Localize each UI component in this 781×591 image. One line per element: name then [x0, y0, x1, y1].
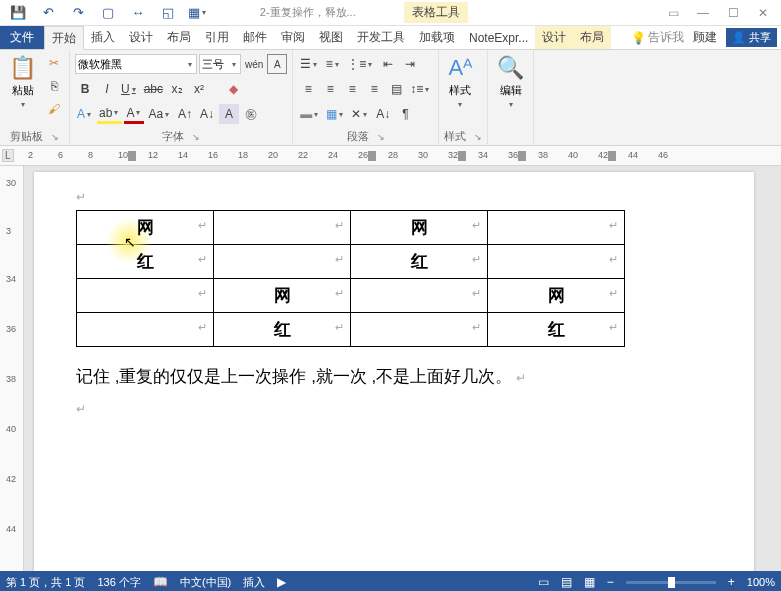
tab-table-design[interactable]: 设计: [535, 26, 573, 49]
tab-layout[interactable]: 布局: [160, 26, 198, 49]
vertical-ruler[interactable]: 303343638404244: [0, 166, 24, 571]
borders-icon[interactable]: ▦▾: [324, 104, 347, 124]
clear-format-icon[interactable]: ◆: [223, 79, 243, 99]
document-table[interactable]: 网↵↵网↵↵红↵↵红↵↵↵网↵↵网↵↵红↵↵红↵: [76, 210, 625, 347]
tab-developer[interactable]: 开发工具: [350, 26, 412, 49]
read-mode-icon[interactable]: ▭: [538, 575, 549, 589]
zoom-out-icon[interactable]: −: [607, 575, 614, 589]
align-center-icon[interactable]: ≡: [320, 79, 340, 99]
paste-button[interactable]: 📋 粘贴 ▾: [5, 53, 40, 111]
bold-button[interactable]: B: [75, 79, 95, 99]
sort-icon[interactable]: A↓: [373, 104, 393, 124]
table-cell[interactable]: ↵: [77, 313, 214, 347]
font-size-combo[interactable]: 三号▾: [199, 54, 241, 74]
editing-button[interactable]: 🔍 编辑 ▾: [493, 53, 528, 111]
format-painter-icon[interactable]: 🖌: [44, 99, 64, 119]
tab-view[interactable]: 视图: [312, 26, 350, 49]
share-button[interactable]: 👤 共享: [726, 28, 777, 47]
font-color-icon[interactable]: A▾: [124, 104, 144, 124]
zoom-thumb[interactable]: [668, 577, 675, 588]
tab-selector[interactable]: L: [2, 149, 14, 162]
cut-icon[interactable]: ✂: [44, 53, 64, 73]
status-word-count[interactable]: 136 个字: [97, 575, 140, 590]
table-cell[interactable]: ↵: [488, 245, 625, 279]
underline-button[interactable]: U▾: [119, 79, 140, 99]
tab-design[interactable]: 设计: [122, 26, 160, 49]
char-shading-icon[interactable]: A: [219, 104, 239, 124]
zoom-in-icon[interactable]: +: [728, 575, 735, 589]
document-page[interactable]: ↵ ↖ 网↵↵网↵↵红↵↵红↵↵↵网↵↵网↵↵红↵↵红↵ 记住 ,重复的仅仅是上…: [34, 172, 754, 571]
char-border-icon[interactable]: A: [267, 54, 287, 74]
save-icon[interactable]: 💾: [4, 2, 32, 24]
text-effects-icon[interactable]: A▾: [75, 104, 95, 124]
change-case-icon[interactable]: Aa▾: [146, 104, 173, 124]
highlight-icon[interactable]: ab▾: [97, 104, 122, 124]
tab-addins[interactable]: 加载项: [412, 26, 462, 49]
table-cell[interactable]: 网↵: [77, 211, 214, 245]
macro-icon[interactable]: ▶: [277, 575, 286, 589]
shading-icon[interactable]: ▬▾: [298, 104, 322, 124]
subscript-button[interactable]: x₂: [167, 79, 187, 99]
minimize-icon[interactable]: —: [689, 2, 717, 24]
tab-references[interactable]: 引用: [198, 26, 236, 49]
asian-layout-icon[interactable]: ✕▾: [349, 104, 371, 124]
increase-indent-icon[interactable]: ⇥: [400, 54, 420, 74]
redo-icon[interactable]: ↷: [64, 2, 92, 24]
table-cell[interactable]: 网↵: [214, 279, 351, 313]
zoom-slider[interactable]: [626, 581, 716, 584]
table-cell[interactable]: ↵: [214, 245, 351, 279]
align-right-icon[interactable]: ≡: [342, 79, 362, 99]
table-cell[interactable]: ↵: [77, 279, 214, 313]
table-cell[interactable]: 红↵: [488, 313, 625, 347]
maximize-icon[interactable]: ☐: [719, 2, 747, 24]
status-page[interactable]: 第 1 页，共 1 页: [6, 575, 85, 590]
table-cell[interactable]: 红↵: [214, 313, 351, 347]
styles-button[interactable]: Aᴬ 样式 ▾: [444, 53, 476, 111]
tell-me[interactable]: 💡 告诉我: [631, 29, 684, 46]
account-name[interactable]: 顾建: [688, 29, 722, 46]
distributed-icon[interactable]: ▤: [386, 79, 406, 99]
page-area[interactable]: ↵ ↖ 网↵↵网↵↵红↵↵红↵↵↵网↵↵网↵↵红↵↵红↵ 记住 ,重复的仅仅是上…: [24, 166, 781, 571]
table-cell[interactable]: 网↵: [488, 279, 625, 313]
table-cell[interactable]: 网↵: [351, 211, 488, 245]
bullets-icon[interactable]: ☰▾: [298, 54, 321, 74]
italic-button[interactable]: I: [97, 79, 117, 99]
new-blank-icon[interactable]: ▢: [94, 2, 122, 24]
align-left-icon[interactable]: ≡: [298, 79, 318, 99]
numbering-icon[interactable]: ≡▾: [323, 54, 343, 74]
grow-font-icon[interactable]: A↑: [175, 104, 195, 124]
justify-icon[interactable]: ≡: [364, 79, 384, 99]
body-paragraph[interactable]: 记住 ,重复的仅仅是上一次操作 ,就一次 ,不是上面好几次。 ↵: [76, 365, 712, 388]
line-spacing-icon[interactable]: ↕≡▾: [408, 79, 433, 99]
spellcheck-icon[interactable]: 📖: [153, 575, 168, 589]
show-marks-icon[interactable]: ¶: [395, 104, 415, 124]
table-cell[interactable]: ↵: [214, 211, 351, 245]
table-cell[interactable]: ↵: [351, 279, 488, 313]
font-name-combo[interactable]: 微软雅黑▾: [75, 54, 197, 74]
tab-noteexpress[interactable]: NoteExpr...: [462, 26, 535, 49]
shrink-font-icon[interactable]: A↓: [197, 104, 217, 124]
status-language[interactable]: 中文(中国): [180, 575, 231, 590]
table-icon[interactable]: ▦▾: [184, 2, 212, 24]
print-layout-icon[interactable]: ▤: [561, 575, 572, 589]
tab-mailings[interactable]: 邮件: [236, 26, 274, 49]
undo-icon[interactable]: ↶: [34, 2, 62, 24]
phonetic-guide-icon[interactable]: wén: [243, 54, 265, 74]
multilevel-icon[interactable]: ⋮≡▾: [345, 54, 376, 74]
dialog-launcher-icon[interactable]: ↘: [51, 132, 59, 142]
dialog-launcher-icon[interactable]: ↘: [192, 132, 200, 142]
dialog-launcher-icon[interactable]: ↘: [377, 132, 385, 142]
horizontal-ruler[interactable]: L 26810121416182022242628303234363840424…: [0, 146, 781, 166]
tab-table-layout[interactable]: 布局: [573, 26, 611, 49]
tab-review[interactable]: 审阅: [274, 26, 312, 49]
enclose-char-icon[interactable]: ㊩: [241, 104, 261, 124]
table-cell[interactable]: ↵: [351, 313, 488, 347]
qat-icon-2[interactable]: ◱: [154, 2, 182, 24]
qat-icon-1[interactable]: ↔: [124, 2, 152, 24]
copy-icon[interactable]: ⎘: [44, 76, 64, 96]
table-cell[interactable]: 红↵: [351, 245, 488, 279]
web-layout-icon[interactable]: ▦: [584, 575, 595, 589]
tab-insert[interactable]: 插入: [84, 26, 122, 49]
table-cell[interactable]: ↵: [488, 211, 625, 245]
ribbon-options-icon[interactable]: ▭: [659, 2, 687, 24]
